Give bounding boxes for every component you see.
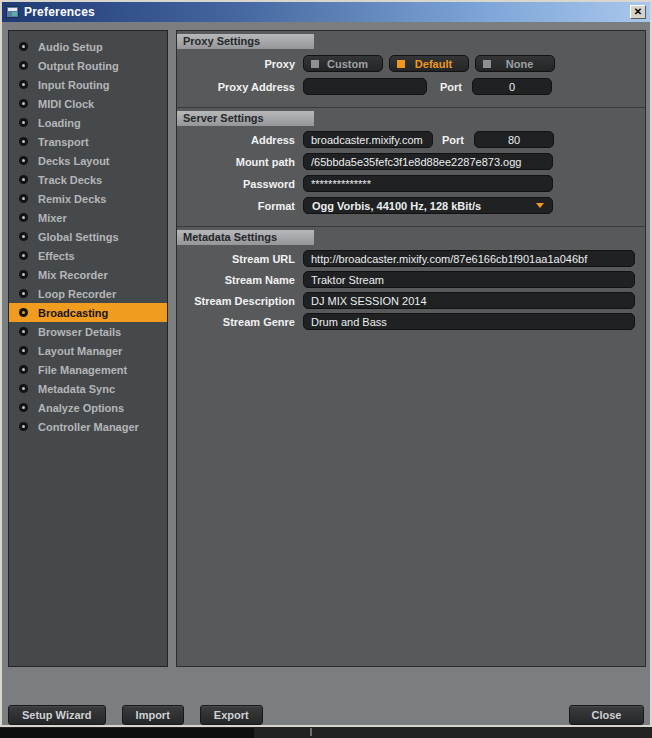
mount-path-input[interactable]	[303, 153, 553, 170]
stream-name-input[interactable]	[303, 271, 635, 288]
radio-bullet-icon	[19, 137, 28, 146]
sidebar-item-file-management[interactable]: File Management	[9, 360, 167, 379]
proxy-option-custom[interactable]: Custom	[303, 55, 383, 72]
chevron-down-icon	[536, 203, 544, 208]
close-button[interactable]: Close	[569, 705, 644, 725]
sidebar-item-browser-details[interactable]: Browser Details	[9, 322, 167, 341]
stream-name-label: Stream Name	[177, 274, 303, 286]
radio-bullet-icon	[19, 384, 28, 393]
radio-bullet-icon	[19, 289, 28, 298]
section-header: Metadata Settings	[177, 230, 314, 245]
sidebar-item-label: Transport	[38, 136, 89, 148]
radio-bullet-icon	[19, 422, 28, 431]
sidebar-item-loading[interactable]: Loading	[9, 113, 167, 132]
checkbox-square-icon	[397, 60, 405, 68]
sidebar-item-remix-decks[interactable]: Remix Decks	[9, 189, 167, 208]
proxy-address-input[interactable]	[303, 78, 427, 95]
radio-bullet-icon	[19, 175, 28, 184]
sidebar-item-transport[interactable]: Transport	[9, 132, 167, 151]
radio-bullet-icon	[19, 365, 28, 374]
preferences-window: Preferences ✕ Audio SetupOutput RoutingI…	[0, 0, 652, 738]
sidebar-item-label: Loading	[38, 117, 81, 129]
close-icon[interactable]: ✕	[630, 5, 646, 19]
sidebar-item-mixer[interactable]: Mixer	[9, 208, 167, 227]
sidebar-item-output-routing[interactable]: Output Routing	[9, 56, 167, 75]
radio-bullet-icon	[19, 213, 28, 222]
section-metadata-settings: Metadata Settings Stream URL Stream Name…	[177, 227, 645, 342]
checkbox-square-icon	[311, 60, 319, 68]
radio-bullet-icon	[19, 327, 28, 336]
section-header: Server Settings	[177, 111, 314, 126]
sidebar-item-label: File Management	[38, 364, 127, 376]
sidebar-item-mix-recorder[interactable]: Mix Recorder	[9, 265, 167, 284]
sidebar-item-label: Mix Recorder	[38, 269, 108, 281]
radio-bullet-icon	[19, 99, 28, 108]
background-app-strip	[0, 727, 652, 738]
proxy-port-label: Port	[440, 81, 462, 93]
sidebar-item-label: Audio Setup	[38, 41, 103, 53]
sidebar-item-label: Controller Manager	[38, 421, 139, 433]
sidebar: Audio SetupOutput RoutingInput RoutingMI…	[8, 30, 168, 667]
stream-description-input[interactable]	[303, 292, 635, 309]
sidebar-item-label: Decks Layout	[38, 155, 110, 167]
title-bar[interactable]: Preferences ✕	[2, 2, 650, 22]
sidebar-item-analyze-options[interactable]: Analyze Options	[9, 398, 167, 417]
sidebar-item-track-decks[interactable]: Track Decks	[9, 170, 167, 189]
radio-bullet-icon	[19, 156, 28, 165]
proxy-option-none[interactable]: None	[475, 55, 555, 72]
server-port-input[interactable]	[474, 131, 554, 148]
sidebar-item-input-routing[interactable]: Input Routing	[9, 75, 167, 94]
sidebar-item-loop-recorder[interactable]: Loop Recorder	[9, 284, 167, 303]
sidebar-item-broadcasting[interactable]: Broadcasting	[9, 303, 167, 322]
sidebar-item-label: Browser Details	[38, 326, 121, 338]
stream-description-label: Stream Description	[177, 295, 303, 307]
sidebar-item-label: Effects	[38, 250, 75, 262]
sidebar-item-audio-setup[interactable]: Audio Setup	[9, 37, 167, 56]
sidebar-item-label: Broadcasting	[38, 307, 108, 319]
stream-genre-label: Stream Genre	[177, 316, 303, 328]
sidebar-item-label: MIDI Clock	[38, 98, 94, 110]
proxy-label: Proxy	[177, 58, 303, 70]
sidebar-item-label: Loop Recorder	[38, 288, 116, 300]
password-label: Password	[177, 178, 303, 190]
sidebar-item-layout-manager[interactable]: Layout Manager	[9, 341, 167, 360]
sidebar-item-midi-clock[interactable]: MIDI Clock	[9, 94, 167, 113]
sidebar-item-global-settings[interactable]: Global Settings	[9, 227, 167, 246]
background-app-segment	[0, 728, 254, 738]
sidebar-item-label: Metadata Sync	[38, 383, 115, 395]
radio-bullet-icon	[19, 270, 28, 279]
format-dropdown[interactable]: Ogg Vorbis, 44100 Hz, 128 kBit/s	[303, 197, 553, 214]
dialog-body: Audio SetupOutput RoutingInput RoutingMI…	[2, 22, 650, 725]
stream-url-label: Stream URL	[177, 253, 303, 265]
sidebar-item-metadata-sync[interactable]: Metadata Sync	[9, 379, 167, 398]
server-address-input[interactable]	[303, 131, 433, 148]
stream-url-input[interactable]	[303, 250, 635, 267]
proxy-option-default[interactable]: Default	[389, 55, 469, 72]
radio-bullet-icon	[19, 118, 28, 127]
checkbox-square-icon	[483, 60, 491, 68]
sidebar-item-effects[interactable]: Effects	[9, 246, 167, 265]
stream-genre-input[interactable]	[303, 313, 635, 330]
sidebar-item-label: Output Routing	[38, 60, 119, 72]
export-button[interactable]: Export	[200, 705, 263, 725]
footer-bar: Setup Wizard Import Export Close	[8, 705, 644, 725]
window-title: Preferences	[24, 5, 95, 19]
proxy-port-input[interactable]	[472, 78, 552, 95]
radio-bullet-icon	[19, 403, 28, 412]
format-label: Format	[177, 200, 303, 212]
radio-bullet-icon	[19, 61, 28, 70]
sidebar-list: Audio SetupOutput RoutingInput RoutingMI…	[9, 37, 167, 436]
password-input[interactable]	[303, 175, 553, 192]
import-button[interactable]: Import	[122, 705, 184, 725]
setup-wizard-button[interactable]: Setup Wizard	[8, 705, 106, 725]
sidebar-item-label: Layout Manager	[38, 345, 122, 357]
sidebar-item-decks-layout[interactable]: Decks Layout	[9, 151, 167, 170]
sidebar-item-controller-manager[interactable]: Controller Manager	[9, 417, 167, 436]
proxy-address-label: Proxy Address	[177, 81, 303, 93]
background-app-divider	[310, 728, 312, 736]
radio-bullet-icon	[19, 346, 28, 355]
sidebar-item-label: Mixer	[38, 212, 67, 224]
server-port-label: Port	[442, 134, 464, 146]
settings-panel: Proxy Settings Proxy Custom Default	[176, 30, 646, 667]
sidebar-item-label: Analyze Options	[38, 402, 124, 414]
